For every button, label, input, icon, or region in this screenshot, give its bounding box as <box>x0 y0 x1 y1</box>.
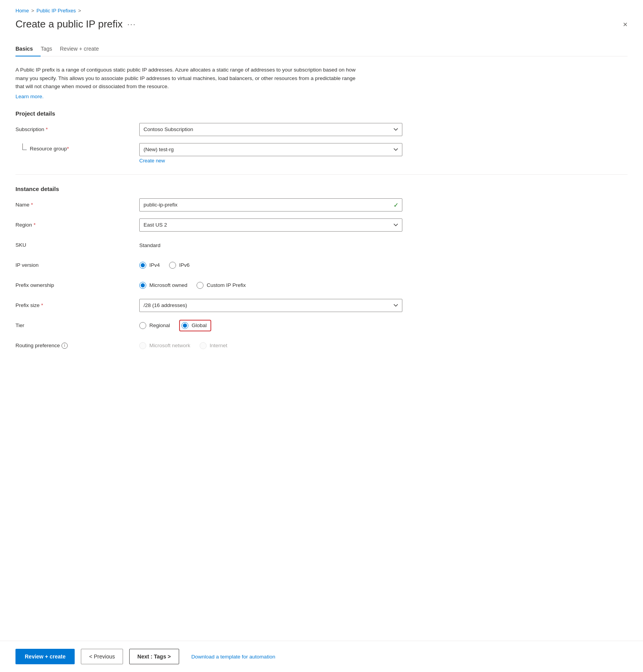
ipv4-radio[interactable] <box>139 262 146 269</box>
sku-value: Standard <box>139 242 161 248</box>
microsoft-network-option[interactable]: Microsoft network <box>139 342 190 349</box>
name-valid-icon: ✓ <box>393 201 398 208</box>
ipv4-option[interactable]: IPv4 <box>139 262 160 269</box>
learn-more-link[interactable]: Learn more. <box>15 94 44 99</box>
ip-version-control: IPv4 IPv6 <box>139 262 402 269</box>
page-header: Create a public IP prefix ··· × <box>15 18 628 30</box>
create-new-link[interactable]: Create new <box>139 158 402 164</box>
tier-global-highlight: Global <box>179 320 211 331</box>
subscription-row: Subscription * Contoso Subscription <box>15 123 628 136</box>
ipv6-option[interactable]: IPv6 <box>169 262 190 269</box>
subscription-label: Subscription * <box>15 126 139 132</box>
ellipsis-button[interactable]: ··· <box>127 20 136 29</box>
project-details-title: Project details <box>15 110 628 117</box>
tier-radio-group: Regional Global <box>139 320 402 331</box>
subscription-required-star: * <box>46 126 48 132</box>
download-template-link[interactable]: Download a template for automation <box>192 654 275 660</box>
microsoft-network-radio[interactable] <box>139 342 146 349</box>
close-button[interactable]: × <box>623 20 628 28</box>
routing-preference-control: Microsoft network Internet <box>139 342 402 349</box>
prefix-size-row: Prefix size * /28 (16 addresses) <box>15 299 628 312</box>
prefix-size-control: /28 (16 addresses) <box>139 299 402 312</box>
name-row: Name * ✓ <box>15 198 628 211</box>
footer-bar: Review + create < Previous Next : Tags >… <box>0 641 643 672</box>
internet-option[interactable]: Internet <box>200 342 227 349</box>
resource-group-row: Resource group * (New) test-rg Create ne… <box>15 143 628 164</box>
tab-tags[interactable]: Tags <box>41 42 60 56</box>
name-required-star: * <box>31 202 33 208</box>
custom-ip-prefix-radio[interactable] <box>197 282 204 289</box>
internet-radio[interactable] <box>200 342 207 349</box>
name-input[interactable] <box>139 198 402 211</box>
routing-preference-label: Routing preference i <box>15 343 139 349</box>
breadcrumb-sep1: > <box>31 8 34 14</box>
resource-group-label: Resource group * <box>15 143 139 152</box>
sku-row: SKU Standard <box>15 239 628 252</box>
resource-group-select[interactable]: (New) test-rg <box>139 143 402 156</box>
next-button[interactable]: Next : Tags > <box>129 649 179 664</box>
microsoft-owned-radio[interactable] <box>139 282 146 289</box>
name-control: ✓ <box>139 198 402 211</box>
ip-version-label: IP version <box>15 262 139 268</box>
name-label: Name * <box>15 202 139 208</box>
tab-review-create[interactable]: Review + create <box>60 42 107 56</box>
tier-regional-radio[interactable] <box>139 322 146 329</box>
prefix-ownership-label: Prefix ownership <box>15 282 139 288</box>
instance-details-title: Instance details <box>15 186 628 192</box>
region-label: Region * <box>15 222 139 228</box>
region-row: Region * East US 2 <box>15 218 628 232</box>
sku-label: SKU <box>15 242 139 248</box>
ip-version-radio-group: IPv4 IPv6 <box>139 262 402 269</box>
region-required-star: * <box>34 222 36 228</box>
review-create-button[interactable]: Review + create <box>15 649 75 664</box>
tier-regional-option[interactable]: Regional <box>139 322 170 329</box>
prefix-size-required-star: * <box>41 302 43 308</box>
prefix-ownership-row: Prefix ownership Microsoft owned Custom … <box>15 279 628 292</box>
region-select[interactable]: East US 2 <box>139 218 402 232</box>
prefix-size-select[interactable]: /28 (16 addresses) <box>139 299 402 312</box>
subscription-select[interactable]: Contoso Subscription <box>139 123 402 136</box>
prefix-ownership-radio-group: Microsoft owned Custom IP Prefix <box>139 282 402 289</box>
custom-ip-prefix-option[interactable]: Custom IP Prefix <box>197 282 246 289</box>
routing-preference-radio-group: Microsoft network Internet <box>139 342 402 349</box>
sku-control: Standard <box>139 242 402 248</box>
microsoft-owned-option[interactable]: Microsoft owned <box>139 282 187 289</box>
tab-bar: Basics Tags Review + create <box>15 42 628 56</box>
region-control: East US 2 <box>139 218 402 232</box>
tier-control: Regional Global <box>139 320 402 331</box>
subscription-control: Contoso Subscription <box>139 123 402 136</box>
routing-preference-info-icon[interactable]: i <box>62 343 68 349</box>
previous-button[interactable]: < Previous <box>81 649 123 664</box>
resource-group-control: (New) test-rg Create new <box>139 143 402 164</box>
breadcrumb-prefixes[interactable]: Public IP Prefixes <box>36 8 76 14</box>
page-title: Create a public IP prefix <box>15 18 123 30</box>
breadcrumb-sep2: > <box>78 8 81 14</box>
ip-version-row: IP version IPv4 IPv6 <box>15 259 628 272</box>
prefix-ownership-control: Microsoft owned Custom IP Prefix <box>139 282 402 289</box>
routing-preference-row: Routing preference i Microsoft network I… <box>15 339 628 352</box>
resource-group-required-star: * <box>67 146 69 152</box>
tier-row: Tier Regional Global <box>15 319 628 332</box>
prefix-size-label: Prefix size * <box>15 302 139 308</box>
tier-label: Tier <box>15 322 139 328</box>
tier-global-radio[interactable] <box>181 322 188 329</box>
ipv6-radio[interactable] <box>169 262 176 269</box>
tier-global-option[interactable]: Global <box>181 322 207 329</box>
description-text: A Public IP prefix is a range of contigu… <box>15 66 364 91</box>
breadcrumb: Home > Public IP Prefixes > <box>15 8 628 14</box>
breadcrumb-home[interactable]: Home <box>15 8 29 14</box>
tab-basics[interactable]: Basics <box>15 42 41 56</box>
